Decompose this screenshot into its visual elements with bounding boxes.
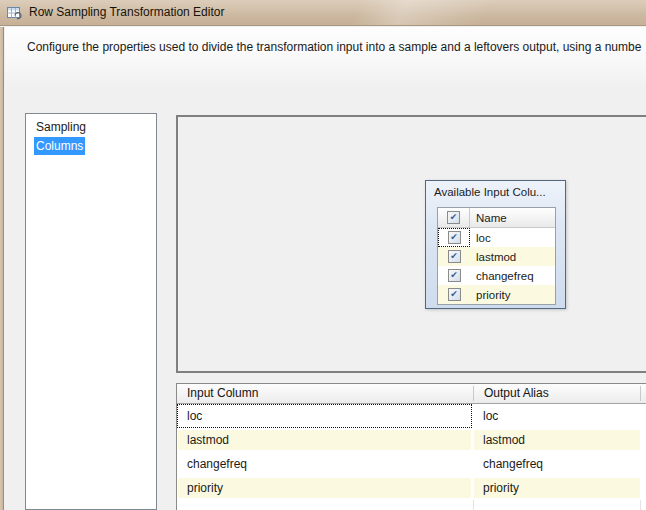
column-name-label: changefreq	[470, 270, 534, 282]
mapping-row-lastmod: lastmod lastmod	[177, 428, 646, 452]
row-sampling-editor-window: Row Sampling Transformation Editor Confi…	[0, 0, 646, 510]
available-input-columns-panel[interactable]: Available Input Colu... ✔ Name ✔ loc	[425, 180, 566, 309]
available-column-row-priority[interactable]: ✔ priority	[438, 285, 555, 304]
dialog-description: Configure the properties used to divide …	[27, 40, 643, 54]
output-alias-cell[interactable]: lastmod	[474, 430, 640, 450]
description-banner: Configure the properties used to divide …	[5, 27, 646, 89]
checkbox-cell[interactable]: ✔	[438, 228, 470, 247]
page-item-label: Sampling	[34, 118, 88, 136]
transformation-grid-icon	[6, 5, 22, 21]
available-column-row-loc[interactable]: ✔ loc	[438, 228, 555, 247]
cell-focus-rect	[177, 404, 472, 428]
select-all-checkbox-checked-icon[interactable]: ✔	[447, 211, 460, 224]
available-input-columns-title: Available Input Colu...	[434, 186, 546, 198]
mapping-row-loc: loc loc	[177, 404, 646, 428]
output-alias-cell[interactable]: changefreq	[474, 454, 640, 474]
input-column-header[interactable]: Input Column	[187, 384, 258, 403]
input-column-cell[interactable]: changefreq	[178, 454, 471, 474]
titlebar[interactable]: Row Sampling Transformation Editor	[0, 0, 646, 26]
header-column-divider	[640, 386, 641, 401]
name-column-header: Name	[470, 212, 507, 224]
page-item-columns[interactable]: Columns	[26, 137, 156, 156]
output-alias-header[interactable]: Output Alias	[484, 384, 549, 403]
column-name-label: priority	[470, 289, 511, 301]
checkbox-cell[interactable]: ✔	[438, 285, 470, 304]
mapping-row-changefreq: changefreq changefreq	[177, 452, 646, 476]
column-name-label: loc	[470, 232, 491, 244]
mapping-row-empty[interactable]	[177, 500, 646, 510]
checkbox-cell[interactable]: ✔	[438, 247, 470, 266]
checkbox-checked-icon[interactable]: ✔	[448, 288, 461, 301]
page-item-label-selected: Columns	[34, 137, 85, 155]
available-column-row-changefreq[interactable]: ✔ changefreq	[438, 266, 555, 285]
header-column-divider	[473, 386, 474, 401]
columns-design-surface: Available Input Colu... ✔ Name ✔ loc	[176, 115, 646, 373]
checkbox-checked-icon[interactable]: ✔	[448, 269, 461, 282]
mapping-row-priority: priority priority	[177, 476, 646, 500]
output-alias-cell[interactable]: loc	[474, 406, 640, 426]
available-columns-header-row: ✔ Name	[438, 208, 555, 228]
select-all-checkbox-cell[interactable]: ✔	[438, 208, 470, 227]
window-title: Row Sampling Transformation Editor	[29, 0, 224, 25]
checkbox-checked-icon[interactable]: ✔	[448, 250, 461, 263]
checkbox-checked-icon[interactable]: ✔	[448, 231, 461, 244]
available-column-row-lastmod[interactable]: ✔ lastmod	[438, 247, 555, 266]
mapping-grid-header: Input Column Output Alias	[177, 384, 646, 404]
input-column-cell[interactable]: lastmod	[178, 430, 471, 450]
output-alias-cell[interactable]: priority	[474, 478, 640, 498]
checkbox-cell[interactable]: ✔	[438, 266, 470, 285]
page-item-sampling[interactable]: Sampling	[26, 118, 156, 137]
page-list: Sampling Columns	[25, 113, 157, 510]
column-mapping-grid: Input Column Output Alias loc loc lastmo…	[176, 383, 646, 510]
grid-column-divider	[640, 500, 641, 510]
column-name-label: lastmod	[470, 251, 516, 263]
grid-column-divider	[473, 500, 474, 510]
input-column-cell[interactable]: priority	[178, 478, 471, 498]
available-input-columns-table: ✔ Name ✔ loc ✔ lastmod	[437, 207, 556, 305]
window-left-frame	[0, 27, 4, 510]
